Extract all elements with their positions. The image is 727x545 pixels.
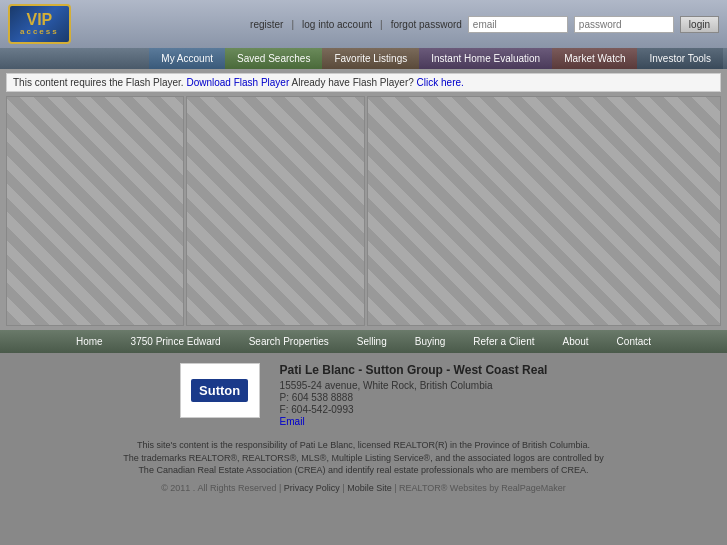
login-button[interactable]: login [680,16,719,33]
disclaimer-line3: The Canadian Real Estate Association (CR… [20,464,707,477]
nav-3750-prince-edward[interactable]: 3750 Prince Edward [117,330,235,353]
flash-panel-center [186,96,364,326]
flash-panel-right [367,96,722,326]
vip-logo: VIP access [8,4,71,44]
flash-already-text: Already have Flash Player? [291,77,413,88]
header: VIP access register | log into account |… [0,0,727,48]
flash-notice-text: This content requires the Flash Player. [13,77,184,88]
disclaimer-line1: This site's content is the responsibilit… [20,439,707,452]
main-content: This content requires the Flash Player. … [0,69,727,330]
flash-panel-left-inner [7,97,183,325]
nav-about[interactable]: About [548,330,602,353]
footer-business: Sutton Pati Le Blanc - Sutton Group - We… [20,363,707,427]
realtor-websites-text: REALTOR® Websites by RealPageMaker [399,483,566,493]
footer-links: © 2011 . All Rights Reserved | Privacy P… [20,483,707,493]
password-input[interactable] [574,16,674,33]
disclaimer: This site's content is the responsibilit… [20,439,707,477]
flash-notice: This content requires the Flash Player. … [6,73,721,92]
download-flash-link[interactable]: Download Flash Player [186,77,289,88]
top-nav: My Account Saved Searches Favorite Listi… [0,48,727,69]
access-text: access [20,28,59,36]
business-fax: F: 604-542-0993 [280,404,548,415]
flash-grid [6,96,721,326]
nav-home[interactable]: Home [62,330,117,353]
separator-1: | [291,19,294,30]
nav-contact[interactable]: Contact [603,330,665,353]
header-links: register | log into account | forgot pas… [250,19,462,30]
business-email-link[interactable]: Email [280,416,305,427]
nav-buying[interactable]: Buying [401,330,460,353]
footer-sep2: | [394,483,396,493]
disclaimer-line2: The trademarks REALTOR®, REALTORS®, MLS®… [20,452,707,465]
tab-favorite-listings[interactable]: Favorite Listings [322,48,419,69]
flash-panel-right-inner [368,97,721,325]
bottom-nav: Home 3750 Prince Edward Search Propertie… [0,330,727,353]
bottom-nav-items: Home 3750 Prince Edward Search Propertie… [62,330,665,353]
click-here-link[interactable]: Click here. [417,77,464,88]
business-phone: P: 604 538 8888 [280,392,548,403]
nav-search-properties[interactable]: Search Properties [235,330,343,353]
top-nav-tabs: My Account Saved Searches Favorite Listi… [149,48,723,69]
flash-panel-center-inner [187,97,363,325]
copyright-text: © 2011 . All Rights Reserved | [161,483,281,493]
tab-saved-searches[interactable]: Saved Searches [225,48,322,69]
tab-market-watch[interactable]: Market Watch [552,48,637,69]
sutton-logo-inner: Sutton [191,379,248,402]
business-name: Pati Le Blanc - Sutton Group - West Coas… [280,363,548,377]
email-input[interactable] [468,16,568,33]
nav-refer-a-client[interactable]: Refer a Client [459,330,548,353]
mobile-site-link[interactable]: Mobile Site [347,483,392,493]
tab-my-account[interactable]: My Account [149,48,225,69]
business-address: 15595-24 avenue, White Rock, British Col… [280,380,548,391]
privacy-policy-link[interactable]: Privacy Policy [284,483,340,493]
tab-investor-tools[interactable]: Investor Tools [637,48,723,69]
sutton-logo: Sutton [180,363,260,418]
register-link[interactable]: register [250,19,283,30]
forgot-password-link[interactable]: forgot password [391,19,462,30]
tab-instant-home[interactable]: Instant Home Evaluation [419,48,552,69]
footer-sep1: | [342,483,344,493]
footer: Sutton Pati Le Blanc - Sutton Group - We… [0,353,727,503]
flash-panel-left [6,96,184,326]
vip-text: VIP [20,12,59,28]
separator-2: | [380,19,383,30]
nav-selling[interactable]: Selling [343,330,401,353]
login-link[interactable]: log into account [302,19,372,30]
business-info: Pati Le Blanc - Sutton Group - West Coas… [280,363,548,427]
